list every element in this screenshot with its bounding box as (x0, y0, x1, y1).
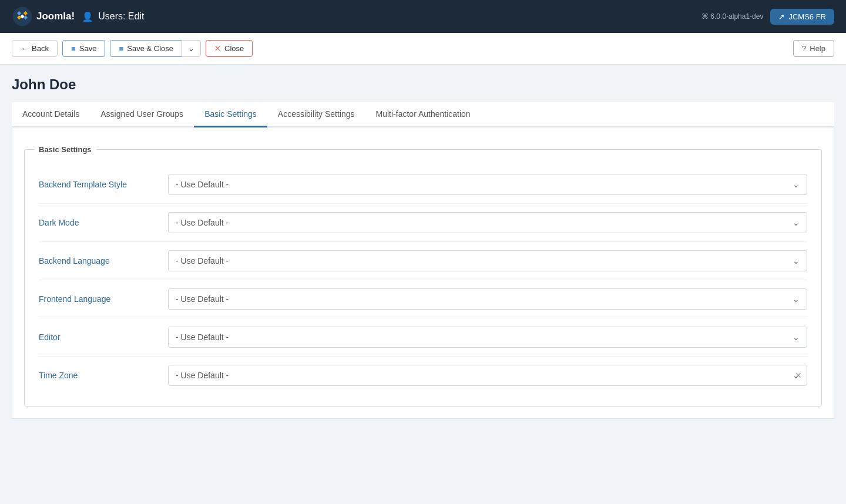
save-close-button[interactable]: ■ Save & Close (110, 40, 182, 57)
frontend-language-control: - Use Default - ⌄ (168, 288, 807, 310)
fieldset-legend: Basic Settings (34, 145, 96, 154)
backend-template-style-select-wrapper: - Use Default - ⌄ (168, 174, 807, 195)
backend-template-style-row: Backend Template Style - Use Default - ⌄ (39, 166, 807, 204)
backend-language-row: Backend Language - Use Default - ⌄ (39, 242, 807, 280)
page-header-title: 👤 Users: Edit (82, 11, 144, 22)
back-button-label: Back (32, 44, 49, 53)
tab-basic-settings[interactable]: Basic Settings (194, 102, 267, 127)
tab-account-details[interactable]: Account Details (12, 102, 90, 127)
tabs: Account Details Assigned User Groups Bas… (12, 102, 834, 127)
toolbar-right: ? Help (793, 40, 834, 57)
frontend-language-label: Frontend Language (39, 294, 168, 304)
dark-mode-row: Dark Mode - Use Default - ⌄ (39, 204, 807, 242)
navbar-title-text: Users: Edit (98, 11, 144, 22)
backend-language-select-wrapper: - Use Default - ⌄ (168, 250, 807, 271)
save-button-label: Save (79, 44, 97, 53)
close-button[interactable]: ✕ Close (206, 40, 253, 57)
time-zone-label: Time Zone (39, 371, 168, 380)
save-button[interactable]: ■ Save (62, 40, 106, 57)
tab-assigned-user-groups[interactable]: Assigned User Groups (90, 102, 194, 127)
page-content: John Doe Account Details Assigned User G… (0, 65, 846, 431)
frontend-language-select-wrapper: - Use Default - ⌄ (168, 288, 807, 310)
save-close-dropdown-button[interactable]: ⌄ (182, 40, 201, 57)
version-text: ⌘ 6.0.0-alpha1-dev (701, 12, 763, 21)
time-zone-select[interactable]: - Use Default - (169, 365, 795, 385)
back-icon: ← (21, 44, 28, 53)
help-button-label: Help (810, 44, 825, 53)
backend-language-select[interactable]: - Use Default - (169, 251, 807, 271)
dark-mode-select-wrapper: - Use Default - ⌄ (168, 212, 807, 233)
dark-mode-label: Dark Mode (39, 218, 168, 227)
user-button-label: JCMS6 FR (788, 12, 826, 21)
user-menu-button[interactable]: ➚ JCMS6 FR (770, 9, 834, 25)
backend-language-control: - Use Default - ⌄ (168, 250, 807, 271)
navbar: Joomla! 👤 Users: Edit ⌘ 6.0.0-alpha1-dev… (0, 0, 846, 33)
backend-language-label: Backend Language (39, 256, 168, 266)
toolbar: ← Back ■ Save ■ Save & Close ⌄ ✕ Close ?… (0, 33, 846, 65)
tab-multifactor-authentication[interactable]: Multi-factor Authentication (365, 102, 481, 127)
toolbar-left: ← Back ■ Save ■ Save & Close ⌄ ✕ Close (12, 40, 253, 57)
time-zone-control: - Use Default - ✕ ⌄ (168, 365, 807, 386)
time-zone-row: Time Zone - Use Default - ✕ ⌄ (39, 357, 807, 394)
backend-template-style-select[interactable]: - Use Default - (169, 174, 807, 194)
editor-select[interactable]: - Use Default - (169, 327, 807, 347)
editor-label: Editor (39, 332, 168, 342)
user-icon: 👤 (82, 11, 93, 22)
close-button-label: Close (224, 44, 244, 53)
joomla-wordmark: Joomla! (36, 11, 75, 22)
frontend-language-row: Frontend Language - Use Default - ⌄ (39, 280, 807, 318)
save-icon: ■ (71, 44, 76, 53)
page-title: John Doe (12, 76, 834, 93)
navbar-right: ⌘ 6.0.0-alpha1-dev ➚ JCMS6 FR (701, 9, 834, 25)
save-close-group: ■ Save & Close ⌄ (110, 40, 201, 57)
backend-template-style-control: - Use Default - ⌄ (168, 174, 807, 195)
backend-template-style-label: Backend Template Style (39, 180, 168, 189)
dark-mode-select[interactable]: - Use Default - (169, 213, 807, 233)
external-link-icon: ➚ (778, 12, 785, 21)
joomla-logo: Joomla! (12, 6, 75, 27)
time-zone-select-wrapper: - Use Default - ✕ ⌄ (168, 365, 807, 386)
navbar-left: Joomla! 👤 Users: Edit (12, 6, 144, 27)
save-close-button-label: Save & Close (127, 44, 173, 53)
save-close-icon: ■ (119, 44, 123, 53)
help-icon: ? (802, 44, 806, 53)
tab-accessibility-settings[interactable]: Accessibility Settings (267, 102, 365, 127)
editor-select-wrapper: - Use Default - ⌄ (168, 327, 807, 348)
back-button[interactable]: ← Back (12, 40, 58, 57)
main-card: Basic Settings Backend Template Style - … (12, 127, 834, 419)
editor-control: - Use Default - ⌄ (168, 327, 807, 348)
frontend-language-select[interactable]: - Use Default - (169, 289, 807, 309)
dark-mode-control: - Use Default - ⌄ (168, 212, 807, 233)
chevron-down-icon: ⌄ (188, 44, 194, 53)
clear-icon[interactable]: ✕ (795, 371, 802, 380)
close-icon: ✕ (214, 44, 221, 53)
editor-row: Editor - Use Default - ⌄ (39, 318, 807, 357)
help-button[interactable]: ? Help (793, 40, 834, 57)
basic-settings-fieldset: Basic Settings Backend Template Style - … (24, 145, 822, 406)
